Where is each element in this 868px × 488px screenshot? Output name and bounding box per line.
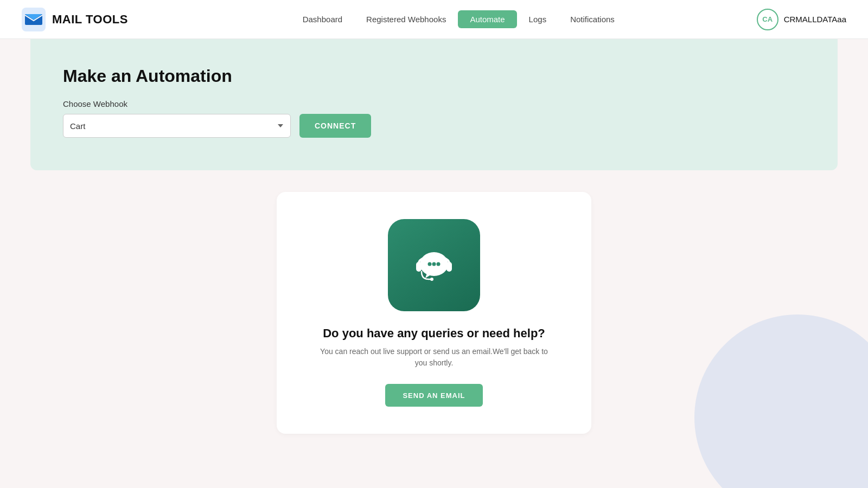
logo-text: MAIL TOOLS [52, 12, 128, 27]
automation-section: Make an Automation Choose Webhook Cart O… [30, 39, 838, 170]
automation-title: Make an Automation [63, 66, 805, 86]
svg-point-2 [428, 262, 432, 266]
svg-rect-6 [446, 262, 452, 272]
svg-point-7 [430, 278, 433, 281]
avatar: CA [757, 9, 778, 30]
nav-registered-webhooks[interactable]: Registered Webhooks [354, 10, 458, 28]
automation-form: Cart Order Customer Product CONNECT [63, 114, 805, 138]
username: CRMALLDATAaa [784, 15, 846, 24]
nav-notifications[interactable]: Notifications [558, 10, 627, 28]
nav-automate[interactable]: Automate [458, 10, 516, 28]
logo-area: MAIL TOOLS [22, 8, 128, 31]
nav-logs[interactable]: Logs [517, 10, 559, 28]
svg-rect-5 [416, 262, 422, 272]
connect-button[interactable]: CONNECT [299, 114, 371, 138]
support-description: You can reach out live support or send u… [320, 346, 548, 369]
header: MAIL TOOLS Dashboard Registered Webhooks… [0, 0, 868, 39]
webhook-select-wrapper: Cart Order Customer Product [63, 114, 291, 138]
support-icon-bg [388, 219, 480, 311]
svg-point-3 [432, 262, 436, 266]
send-email-button[interactable]: SEND AN EMAIL [385, 384, 482, 407]
svg-point-4 [437, 262, 441, 266]
support-title: Do you have any queries or need help? [323, 326, 545, 341]
main-nav: Dashboard Registered Webhooks Automate L… [161, 10, 757, 28]
nav-dashboard[interactable]: Dashboard [291, 10, 354, 28]
support-icon [407, 238, 461, 292]
support-card: Do you have any queries or need help? Yo… [277, 192, 591, 434]
user-area: CA CRMALLDATAaa [757, 9, 846, 30]
logo-icon [22, 8, 46, 31]
choose-webhook-label: Choose Webhook [63, 99, 805, 108]
webhook-select[interactable]: Cart Order Customer Product [63, 114, 291, 138]
